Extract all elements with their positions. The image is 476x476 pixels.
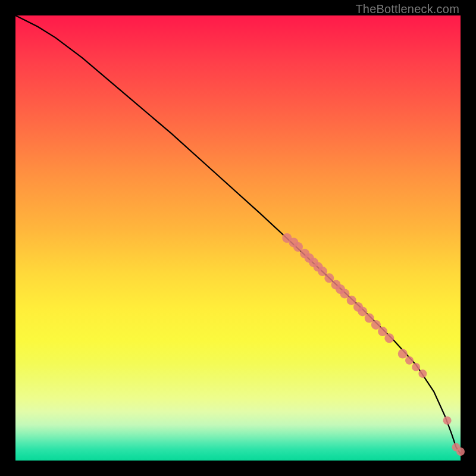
curve-path: [15, 15, 461, 454]
data-point: [418, 369, 427, 378]
chart-svg: [15, 15, 461, 461]
data-point: [456, 447, 465, 456]
chart-plot-area: [15, 15, 461, 461]
stage: TheBottleneck.com: [0, 0, 476, 476]
data-point: [412, 363, 420, 371]
scatter-points: [282, 233, 465, 456]
data-point: [443, 416, 452, 425]
watermark-text: TheBottleneck.com: [355, 2, 459, 16]
data-point: [405, 356, 414, 365]
data-point: [384, 333, 394, 343]
data-point: [398, 349, 408, 359]
